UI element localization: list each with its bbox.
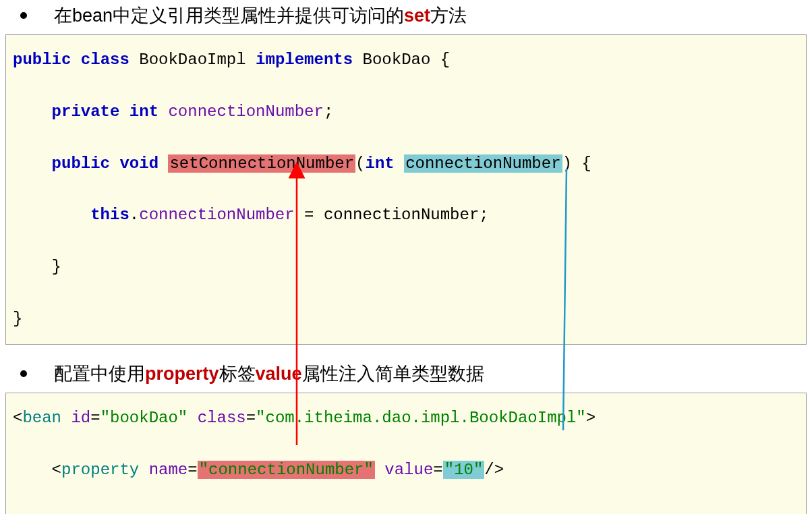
bullet-2-red1: property xyxy=(145,364,219,384)
val-class: "com.itheima.dao.impl.BookDaoImpl" xyxy=(256,409,586,427)
attr-id: id xyxy=(71,409,90,427)
param-type: int xyxy=(366,154,395,173)
attr-name: name xyxy=(149,461,188,479)
bullet-2-red2: value xyxy=(256,364,302,384)
assign-val: connectionNumber xyxy=(324,206,479,224)
bullet-dot xyxy=(20,12,27,19)
field-name: connectionNumber xyxy=(168,103,323,121)
kw-int: int xyxy=(129,103,158,121)
val-id: "bookDao" xyxy=(100,409,188,427)
java-code-box: public class BookDaoImpl implements Book… xyxy=(5,34,807,345)
kw-public: public xyxy=(13,51,71,69)
bullet-2-mid: 标签 xyxy=(219,364,256,384)
kw-public2: public xyxy=(52,154,110,173)
tag-property: property xyxy=(61,461,139,479)
val-value-highlight: "10" xyxy=(443,461,485,479)
kw-this: this xyxy=(90,206,129,224)
bullet-1-post: 方法 xyxy=(430,5,467,26)
kw-class: class xyxy=(81,51,129,69)
bullet-1-pre: 在bean中定义引用类型属性并提供可访问的 xyxy=(54,5,404,26)
class-name: BookDaoImpl xyxy=(139,51,245,69)
assign-field: connectionNumber xyxy=(139,206,294,224)
attr-class: class xyxy=(198,409,246,427)
bullet-2-post: 属性注入简单类型数据 xyxy=(302,364,484,384)
iface-name: BookDao xyxy=(363,51,431,69)
bullet-1-text: 在bean中定义引用类型属性并提供可访问的set方法 xyxy=(54,3,467,28)
tag-bean: bean xyxy=(22,409,61,427)
attr-value: value xyxy=(384,461,433,479)
method-name-highlight: setConnectionNumber xyxy=(168,154,355,173)
bullet-dot-2 xyxy=(20,370,27,377)
val-name-highlight: "connectionNumber" xyxy=(198,461,375,479)
kw-implements: implements xyxy=(256,51,353,69)
bullet-2-pre: 配置中使用 xyxy=(54,364,145,384)
bullet-1: 在bean中定义引用类型属性并提供可访问的set方法 xyxy=(0,0,812,31)
bullet-1-red: set xyxy=(404,5,430,26)
xml-code-box: <bean id="bookDao" class="com.itheima.da… xyxy=(5,393,807,514)
bullet-2-text: 配置中使用property标签value属性注入简单类型数据 xyxy=(54,362,484,386)
bullet-2: 配置中使用property标签value属性注入简单类型数据 xyxy=(0,358,812,389)
kw-void: void xyxy=(119,154,158,173)
param-name-highlight: connectionNumber xyxy=(404,154,562,173)
kw-private: private xyxy=(52,103,120,121)
